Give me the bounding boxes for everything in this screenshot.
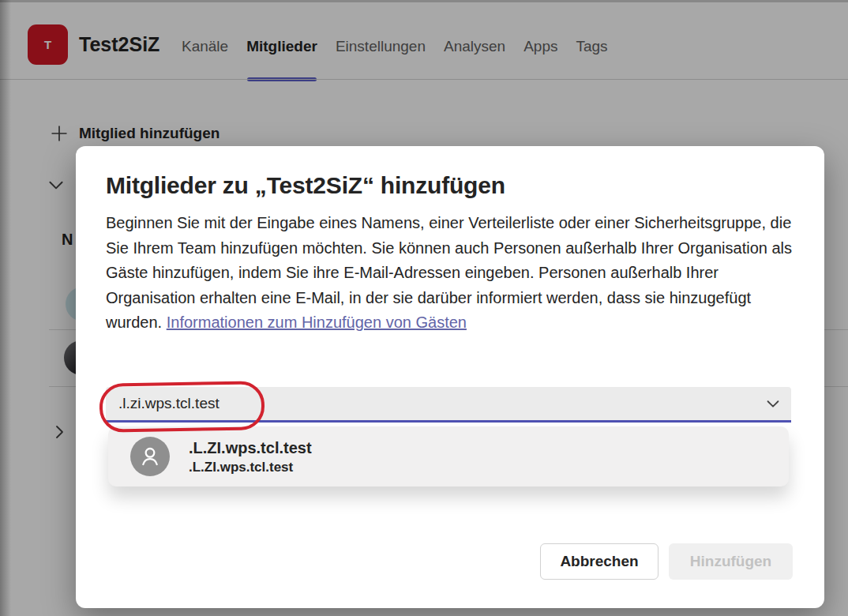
suggestion-text: .L.ZI.wps.tcl.test .L.ZI.wps.tcl.test [189,438,312,475]
person-icon [130,437,170,476]
chevron-down-icon [764,395,782,412]
suggestion-subtitle: .L.ZI.wps.tcl.test [189,459,312,475]
dialog-description: Beginnen Sie mit der Eingabe eines Namen… [106,211,797,336]
guest-info-link[interactable]: Informationen zum Hinzufügen von Gästen [167,314,467,331]
dialog-footer: Abbrechen Hinzufügen [540,543,793,580]
add-members-dialog: Mitglieder zu „Test2SiZ“ hinzufügen Begi… [76,146,824,608]
cancel-button[interactable]: Abbrechen [540,543,659,580]
search-dropdown-toggle[interactable] [760,390,786,417]
member-search-input[interactable] [106,387,760,420]
member-search-field [106,387,791,423]
teams-window: T Test2SiZ Kanäle Mitglieder Einstellung… [0,0,848,616]
suggestion-item[interactable]: .L.ZI.wps.tcl.test .L.ZI.wps.tcl.test [108,426,789,486]
dialog-title: Mitglieder zu „Test2SiZ“ hinzufügen [106,172,793,199]
add-button[interactable]: Hinzufügen [669,543,793,580]
suggestion-title: .L.ZI.wps.tcl.test [189,438,312,457]
